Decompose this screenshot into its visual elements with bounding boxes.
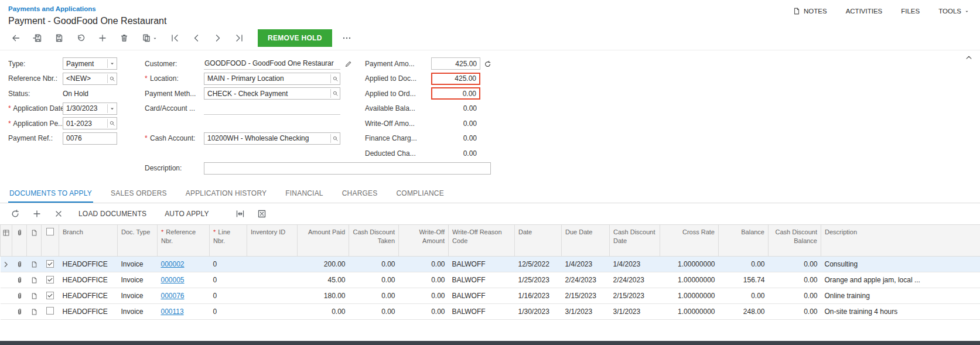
row-note-cell[interactable]: [27, 288, 42, 304]
tab-sales-orders[interactable]: SALES ORDERS: [110, 189, 168, 203]
table-row[interactable]: HEADOFFICEInvoice0000760180.000.000.00BA…: [1, 288, 980, 304]
column-header-write_off_amount[interactable]: Write-Off Amount: [399, 225, 449, 257]
header-link-notes[interactable]: NOTES: [793, 7, 827, 15]
cell-line_nbr: 0: [210, 288, 247, 304]
add-row-button[interactable]: [28, 206, 46, 221]
tab-charges[interactable]: CHARGES: [341, 189, 379, 203]
tab-application-history[interactable]: APPLICATION HISTORY: [185, 189, 268, 203]
header-link-activities[interactable]: ACTIVITIES: [846, 8, 883, 15]
table-row[interactable]: HEADOFFICEInvoice0000020200.000.000.00BA…: [1, 257, 980, 272]
available_balance-label: Available Bala...: [365, 104, 431, 112]
save-button[interactable]: [50, 30, 68, 46]
row-select-cell[interactable]: [42, 272, 59, 288]
delete-row-button[interactable]: [49, 206, 68, 221]
tab-documents-to-apply[interactable]: DOCUMENTS TO APPLY: [8, 189, 93, 203]
payment_amount-input[interactable]: 425.00: [431, 57, 480, 70]
reference-link[interactable]: 000002: [161, 260, 185, 268]
more-actions-button[interactable]: [338, 30, 356, 46]
payment_ref-input[interactable]: 0076: [63, 132, 117, 145]
cash_account-lookup[interactable]: 10200WH - Wholesale Checking: [204, 132, 340, 145]
save-close-button[interactable]: [29, 30, 46, 46]
reference-link[interactable]: 000005: [161, 276, 185, 284]
header-link-tools[interactable]: TOOLS: [938, 8, 969, 15]
collapse-summary-button[interactable]: [965, 53, 973, 62]
application_period-lookup[interactable]: 01-2023: [63, 117, 117, 129]
row-note-cell[interactable]: [27, 304, 42, 320]
row-checkbox[interactable]: [46, 276, 54, 283]
column-header-doc_type[interactable]: Doc. Type: [118, 225, 158, 257]
application_period-label: * Application Pe...: [8, 119, 63, 128]
row-checkbox[interactable]: [46, 260, 54, 268]
breadcrumb[interactable]: Payments and Applications: [8, 5, 96, 12]
refresh-icon: [11, 209, 20, 218]
row-note-cell[interactable]: [27, 257, 42, 272]
first-record-button[interactable]: [166, 30, 183, 46]
magnifier-icon: [109, 76, 115, 82]
edit-customer-button[interactable]: [344, 59, 352, 68]
row-checkbox[interactable]: [46, 292, 54, 299]
tab-compliance[interactable]: COMPLIANCE: [395, 189, 445, 203]
previous-record-button[interactable]: [187, 30, 205, 46]
column-header-line_nbr[interactable]: * Line Nbr.: [210, 225, 247, 257]
column-header-cash_discount_taken[interactable]: Cash Discount Taken: [349, 225, 399, 257]
fit-width-button[interactable]: [231, 206, 250, 221]
location-lookup[interactable]: MAIN - Primary Location: [204, 73, 340, 85]
tab-financial[interactable]: FINANCIAL: [284, 189, 324, 203]
column-header-write_off_reason_code[interactable]: Write-Off Reason Code: [449, 225, 515, 257]
applied_to_documents-input[interactable]: 425.00: [431, 73, 480, 85]
description-input[interactable]: [204, 162, 491, 175]
select-all-header[interactable]: [42, 225, 59, 257]
column-header-balance[interactable]: Balance: [719, 225, 769, 257]
row-select-cell[interactable]: [42, 288, 59, 304]
row-attach-cell[interactable]: [12, 257, 27, 272]
table-header-row: BranchDoc. Type* Reference Nbr.* Line Nb…: [1, 225, 980, 257]
column-header-cross_rate[interactable]: Cross Rate: [660, 225, 719, 257]
copy-paste-button[interactable]: [137, 30, 162, 46]
application_date-dropdown[interactable]: 1/30/2023: [63, 103, 117, 115]
select-all-checkbox[interactable]: [46, 228, 54, 235]
type-dropdown[interactable]: Payment: [63, 57, 117, 70]
row-checkbox[interactable]: [46, 307, 54, 315]
column-header-description[interactable]: Description: [821, 225, 980, 257]
column-header-cash_discount_date[interactable]: Cash Discount Date: [610, 225, 660, 257]
customer-input[interactable]: GOODFOOD - GoodFood One Restaurar: [204, 57, 340, 70]
recalculate-button[interactable]: [484, 59, 491, 68]
row-select-cell[interactable]: [42, 304, 59, 320]
tab-bar: DOCUMENTS TO APPLYSALES ORDERSAPPLICATIO…: [0, 185, 980, 203]
reference-link[interactable]: 000076: [161, 292, 185, 300]
row-attach-cell[interactable]: [12, 272, 27, 288]
row-select-cell[interactable]: [42, 257, 59, 272]
header-link-files[interactable]: FILES: [901, 8, 920, 15]
last-record-button[interactable]: [231, 30, 248, 46]
column-header-branch[interactable]: Branch: [59, 225, 118, 257]
back-button[interactable]: [7, 30, 25, 46]
next-record-button[interactable]: [209, 30, 227, 46]
table-row[interactable]: HEADOFFICEInvoice000005045.000.000.00BAL…: [1, 272, 980, 288]
column-header-amount_paid[interactable]: Amount Paid: [298, 225, 349, 257]
row-attach-cell[interactable]: [12, 304, 27, 320]
remove-hold-button[interactable]: REMOVE HOLD: [258, 29, 332, 47]
refresh-button[interactable]: [6, 206, 25, 221]
load-documents-button[interactable]: LOAD DOCUMENTS: [71, 207, 154, 221]
column-header-cash_discount_balance[interactable]: Cash Discount Balance: [769, 225, 821, 257]
form-row: Deducted Cha...0.00: [365, 146, 529, 161]
column-header-due_date[interactable]: Due Date: [562, 225, 610, 257]
grid-settings-header[interactable]: [1, 225, 12, 257]
applied_to_orders-input[interactable]: 0.00: [431, 87, 480, 100]
column-header-inventory_id[interactable]: Inventory ID: [247, 225, 298, 257]
column-header-reference_nbr[interactable]: * Reference Nbr.: [158, 225, 210, 257]
delete-button[interactable]: [115, 30, 133, 46]
row-attach-cell[interactable]: [12, 288, 27, 304]
reference_nbr-lookup[interactable]: <NEW>: [63, 73, 117, 85]
undo-button[interactable]: [72, 30, 90, 46]
export-excel-button[interactable]: [252, 206, 271, 221]
auto-apply-button[interactable]: AUTO APPLY: [157, 207, 217, 221]
column-header-date[interactable]: Date: [515, 225, 562, 257]
add-button[interactable]: [94, 30, 111, 46]
table-row[interactable]: HEADOFFICEInvoice00011300.000.000.00BALW…: [1, 304, 980, 320]
card_account-input[interactable]: [204, 103, 340, 115]
row-note-cell[interactable]: [27, 272, 42, 288]
reference-link[interactable]: 000113: [161, 308, 184, 316]
form-row: Write-Off Amo...0.00: [365, 116, 529, 131]
payment_method-lookup[interactable]: CHECK - Check Payment: [204, 87, 340, 100]
